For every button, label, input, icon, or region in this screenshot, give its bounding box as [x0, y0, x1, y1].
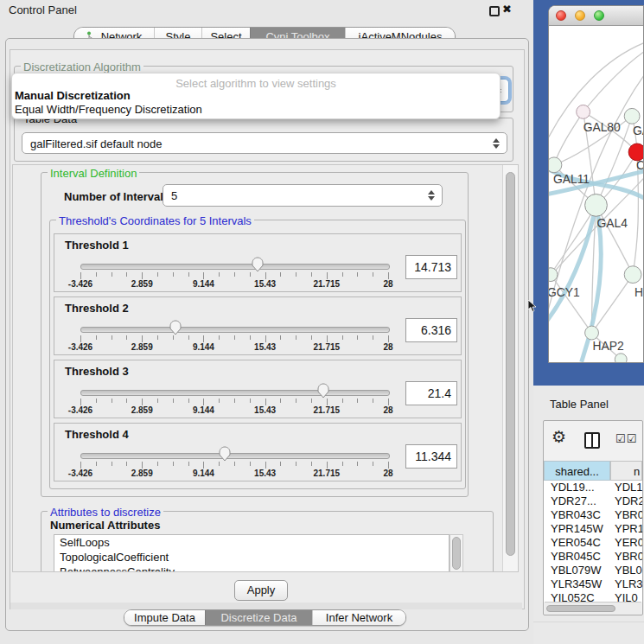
apply-button[interactable]: Apply — [234, 580, 288, 601]
split-columns-icon[interactable] — [584, 432, 600, 449]
divider — [533, 622, 644, 622]
table-row[interactable]: YPR145WYPR1 — [544, 522, 642, 536]
threshold-label: Threshold 3 — [65, 365, 129, 378]
network-node[interactable] — [549, 157, 562, 173]
tab-impute-data[interactable]: Impute Data — [124, 610, 205, 625]
cell-name: YER0 — [615, 536, 642, 550]
close-icon[interactable]: ✖ — [502, 3, 512, 16]
algorithm-option-manual-discretization[interactable]: Manual Discretization — [15, 89, 131, 102]
attributes-group: Attributes to discretize Numerical Attri… — [41, 511, 494, 572]
cell-name: YDL1 — [615, 481, 642, 494]
slider-track[interactable] — [80, 453, 390, 459]
network-node[interactable] — [577, 105, 590, 118]
network-window-titlebar[interactable] — [549, 6, 643, 26]
table-row[interactable]: YLR345WYLR3 — [544, 577, 642, 591]
tab-label: Infer Network — [326, 611, 392, 624]
node-label-gal11: GAL11 — [553, 172, 590, 186]
slider-thumb[interactable] — [169, 320, 182, 335]
minimize-traffic-light-icon[interactable] — [575, 10, 585, 21]
threshold-value-field[interactable]: 14.713 — [405, 255, 457, 279]
slider-tick-labels: -3.4262.8599.14415.4321.71528 — [80, 405, 388, 416]
scrollbar-thumb[interactable] — [546, 605, 615, 612]
zoom-traffic-light-icon[interactable] — [594, 10, 604, 21]
number-of-intervals-label: Number of Intervals — [64, 190, 169, 203]
table-header-row: shared...n — [544, 461, 642, 481]
table-row[interactable]: YBR045CYBR0 — [544, 550, 642, 564]
settings-gear-icon[interactable]: ⚙ — [552, 429, 566, 445]
attributes-list-scrollbar[interactable] — [450, 534, 463, 572]
slider-tick-labels: -3.4262.8599.14415.4321.71528 — [80, 342, 388, 353]
tab-label: Discretize Data — [220, 611, 296, 624]
control-panel-title: Control Panel — [9, 3, 77, 16]
numerical-attributes-label: Numerical Attributes — [50, 519, 160, 532]
threshold-panel-1: Threshold 1-3.4262.8599.14415.4321.71528… — [54, 233, 462, 292]
column-header-2[interactable]: n — [610, 461, 642, 481]
number-of-intervals-combobox[interactable]: 5 — [163, 184, 443, 207]
slider-tick-labels: -3.4262.8599.14415.4321.71528 — [80, 469, 388, 479]
slider-thumb[interactable] — [219, 446, 231, 462]
network-node[interactable] — [624, 108, 640, 124]
settings-vertical-scrollbar[interactable] — [502, 165, 519, 571]
table-data-combobox[interactable]: galFiltered.sif default node — [22, 132, 507, 154]
algorithm-option-equal-width-frequency-discretization[interactable]: Equal Width/Frequency Discretization — [15, 103, 202, 116]
algorithm-prompt-option[interactable]: Select algorithm to view settings — [12, 77, 500, 90]
threshold-value-field[interactable]: 21.4 — [405, 381, 457, 405]
network-node[interactable] — [585, 194, 608, 217]
cell-shared-name: YBR045C — [551, 550, 601, 564]
node-label-ga: GA — [633, 124, 643, 137]
slider-tick-labels: -3.4262.8599.14415.4321.71528 — [80, 279, 388, 290]
table-row[interactable]: YDR27...YDR2 — [544, 494, 642, 508]
threshold-value-field[interactable]: 11.344 — [405, 444, 457, 469]
slider-thumb[interactable] — [317, 383, 329, 399]
slider-track[interactable] — [80, 390, 390, 396]
slider-thumb[interactable] — [252, 257, 264, 272]
cell-name: YDR2 — [615, 494, 642, 508]
table-row[interactable]: YBL079WYBL0 — [544, 564, 642, 577]
column-header-1[interactable]: shared... — [544, 461, 610, 481]
cell-name: YLR3 — [615, 577, 642, 591]
numerical-attributes-list: SelfLoopsTopologicalCoefficientBetweenne… — [54, 534, 450, 572]
select-columns-icon[interactable]: ☑☑ — [615, 432, 637, 445]
network-canvas[interactable]: GAL80GACGAL11GAL4GCY1HHAP2 — [549, 26, 643, 363]
attribute-item-selfloops[interactable]: SelfLoops — [54, 535, 449, 550]
slider-track[interactable] — [80, 264, 390, 270]
close-traffic-light-icon[interactable] — [556, 10, 566, 21]
node-label-h: H — [634, 285, 643, 299]
discretization-algorithm-group-title: Discretization Algorithm — [21, 61, 143, 73]
node-label-gal4: GAL4 — [596, 216, 628, 230]
table-row[interactable]: YDL19...YDL1 — [544, 481, 642, 494]
cell-shared-name: YBR043C — [551, 508, 601, 522]
threshold-panel-2: Threshold 2-3.4262.8599.14415.4321.71528… — [54, 296, 462, 355]
attributes-group-title: Attributes to discretize — [48, 506, 163, 519]
tab-discretize-data[interactable]: Discretize Data — [205, 610, 312, 625]
scrollbar-thumb[interactable] — [452, 537, 461, 570]
table-row[interactable]: YER054CYER0 — [544, 536, 642, 550]
attribute-item-topologicalcoefficient[interactable]: TopologicalCoefficient — [54, 550, 449, 564]
threshold-panel-4: Threshold 4-3.4262.8599.14415.4321.71528… — [54, 423, 462, 481]
slider-track[interactable] — [80, 327, 390, 333]
threshold-label: Threshold 4 — [65, 428, 129, 441]
interval-definition-group-title: Interval Definition — [48, 167, 139, 180]
table-horizontal-scrollbar[interactable] — [545, 602, 641, 615]
cell-shared-name: YLR345W — [551, 577, 602, 591]
combobox-arrows-icon — [428, 190, 435, 201]
network-view-window: GAL80GACGAL11GAL4GCY1HHAP2 — [548, 5, 644, 363]
network-node[interactable] — [585, 326, 599, 340]
settings-scrollpane: Interval Definition Number of Intervals … — [12, 164, 519, 572]
node-label-c: C — [636, 158, 643, 172]
network-node[interactable] — [624, 266, 641, 284]
table-row[interactable]: YBR043CYBR0 — [544, 508, 642, 522]
table-data-group: Table Data galFiltered.sif default node — [14, 118, 513, 162]
mouse-cursor — [528, 300, 538, 313]
cell-name: YBR0 — [615, 550, 642, 564]
cell-shared-name: YER054C — [551, 536, 601, 550]
network-node[interactable] — [615, 354, 627, 363]
scrollbar-thumb[interactable] — [506, 172, 515, 556]
tab-infer-network[interactable]: Infer Network — [312, 610, 405, 625]
attribute-item-betweennesscentrality[interactable]: BetweennessCentrality — [54, 564, 449, 572]
cell-name: YBL0 — [615, 564, 642, 577]
threshold-value-field[interactable]: 6.316 — [405, 318, 457, 342]
float-window-icon[interactable] — [489, 6, 500, 16]
combobox-arrows-icon — [493, 138, 500, 149]
node-label-gal80: GAL80 — [583, 120, 621, 134]
